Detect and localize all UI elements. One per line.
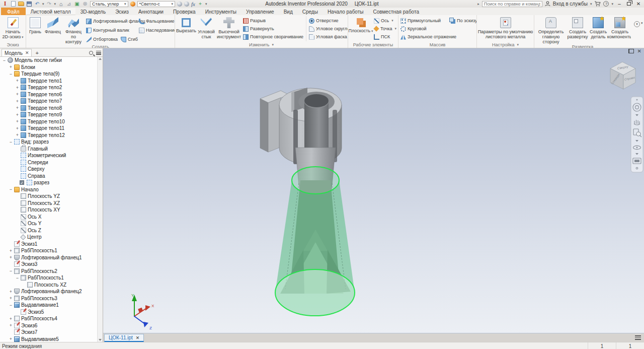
make-components-button[interactable]: Создать компоненты [608,16,631,44]
unfold-button[interactable]: Развернуть [243,25,304,33]
tree-item-21[interactable]: Плоскость XZ [0,200,103,207]
tree-item-22[interactable]: Плоскость XY [0,206,103,214]
sign-in-label[interactable]: Вход в службы [553,1,588,7]
refold-button[interactable]: Повторное сворачивание [243,33,304,41]
contour-roll-button[interactable]: Контурный валик [86,27,136,34]
help-search-input[interactable] [482,1,542,7]
make-part-button[interactable]: Создать деталь [589,16,608,44]
tree-expander-icon[interactable]: + [15,85,20,90]
appearance-combo[interactable]: *Светло-с▾ [137,1,176,7]
tree-item-34[interactable]: +Лофтированный фланец2 [0,288,103,295]
scroll-down-icon[interactable] [99,339,102,341]
update-icon[interactable]: ▣ [74,1,80,7]
work-axis-button[interactable]: Ось [374,17,395,25]
navigation-bar[interactable] [631,97,643,172]
sign-in-caret-icon[interactable]: ▾ [590,2,592,6]
tree-item-33[interactable]: Плоскость XZ [0,282,103,289]
hem-button[interactable]: Отбортовка [86,36,118,43]
create-flat-pattern-button[interactable]: Создать развертку [567,16,588,44]
tree-item-38[interactable]: +РабПлоскость4 [0,315,103,322]
undo-caret-icon[interactable]: ▾ [42,2,44,6]
work-point-button[interactable]: Точка [374,25,395,33]
panel-label-flat-pattern[interactable]: Развертка [534,44,631,48]
viewport-close-icon[interactable]: ✕ [637,49,641,53]
ribbon-tab-10[interactable]: Начало работы [323,8,368,15]
tree-expander-icon[interactable]: + [9,316,13,321]
tree-expander-icon[interactable]: − [9,187,13,192]
tree-expander-icon[interactable]: + [15,92,20,97]
tree-item-28[interactable]: +РабПлоскость1 [0,247,103,254]
panel-label-modify[interactable]: Изменить [175,41,348,48]
parameters-fx-icon[interactable]: fx [191,1,195,7]
browser-tab-model[interactable]: Модель✕ [2,49,32,56]
ribbon-tab-11[interactable]: Совместная работа [368,8,424,15]
appearance-adjust-icon[interactable] [177,2,182,7]
tree-item-30[interactable]: Эскиз3 [0,261,103,268]
define-a-side-button[interactable]: Определить главную сторону [535,16,567,44]
rip-button[interactable]: Разрыв [243,17,304,25]
tree-expander-icon[interactable]: + [9,323,13,328]
minimize-button[interactable]: – [616,1,623,7]
ribbon-tab-1[interactable]: Листовой металл [26,8,75,15]
panel-label-create[interactable]: Создать [26,44,175,48]
tree-item-3[interactable]: +Твердое тело1 [0,78,103,85]
browser-search-icon[interactable] [89,51,93,55]
tree-item-37[interactable]: Эскиз5 [0,309,103,316]
new-file-icon[interactable] [10,1,16,7]
tree-expander-icon[interactable]: + [9,289,13,294]
tree-item-29[interactable]: +Лофтированный фланец1 [0,254,103,261]
home-icon[interactable]: ⌂ [58,1,64,7]
tree-item-4[interactable]: +Твердое тело2 [0,84,103,91]
tree-item-10[interactable]: +Твердое тело11 [0,125,103,132]
document-tab-close-icon[interactable]: ✕ [136,335,140,340]
bend-button[interactable]: Сгиб [121,36,138,43]
tree-expander-icon[interactable]: + [15,105,20,110]
tree-item-14[interactable]: Изометрический [0,152,103,159]
derive-button[interactable]: Наследование [139,27,174,34]
graphics-viewport[interactable]: ✕ [103,48,644,333]
tree-item-36[interactable]: −Выдавливание1 [0,302,103,309]
panel-label-setup[interactable]: Настройка [477,41,534,48]
browser-tab-close-icon[interactable]: ✕ [25,50,29,55]
redo-icon[interactable]: ↷ [46,1,52,7]
tree-item-0[interactable]: −Модель после гибки [0,57,103,64]
material-combo[interactable]: Сталь, углер▾ [90,1,128,7]
panel-label-sketch[interactable]: Эскиз [0,41,26,48]
tree-item-40[interactable]: Эскиз7 [0,329,103,336]
help-caret-icon[interactable]: ▾ [611,2,613,6]
tree-expander-icon[interactable]: + [15,119,20,124]
app-store-cart-icon[interactable] [594,1,601,7]
redo-caret-icon[interactable]: ▾ [54,2,56,6]
qat-customize-icon[interactable]: ▾ [205,2,207,6]
tree-expander-icon[interactable]: + [9,336,13,341]
tree-item-19[interactable]: −Начало [0,186,103,193]
ucs-button[interactable]: ПСК [374,33,395,41]
tree-item-13[interactable]: Главный [0,146,103,153]
add-qat-icon[interactable]: + [197,1,203,7]
panel-label-work-features[interactable]: Рабочие элементы [348,41,398,48]
open-icon[interactable] [18,1,24,7]
tree-expander-icon[interactable]: + [15,99,20,104]
tree-expander-icon[interactable]: + [9,255,13,260]
sketch-return-icon[interactable]: ⊿ [66,1,72,7]
lofted-flange-button[interactable]: Лофтированный фланец [86,18,136,25]
tree-item-41[interactable]: +Выдавливание5 [0,336,103,342]
tree-item-2[interactable]: −Твердые тела(9) [0,71,103,78]
begin-2d-sketch-button[interactable]: Начать 2D-эскиз [2,16,25,41]
viewport-restore-icon[interactable] [628,49,634,53]
sheet-metal-defaults-button[interactable]: Параметры по умолчанию листового металла [478,16,533,41]
restore-button[interactable] [625,1,632,7]
browser-menu-icon[interactable] [96,51,101,55]
tree-item-39[interactable]: +Эскиз6 [0,322,103,329]
ribbon-tab-6[interactable]: Инструменты [201,8,241,15]
tree-expander-icon[interactable]: − [15,275,20,281]
tree-item-27[interactable]: Эскиз1 [0,241,103,248]
tree-item-35[interactable]: +РабПлоскость3 [0,295,103,302]
scroll-up-icon[interactable] [99,58,102,60]
tree-item-11[interactable]: +Твердое тело12 [0,132,103,139]
ribbon-tab-2[interactable]: 3D-модель [76,8,110,15]
tree-expander-icon[interactable]: + [15,126,20,131]
fold-button[interactable]: Фальцевание [139,18,174,25]
flange-button[interactable]: Фланец [44,16,62,44]
tree-item-15[interactable]: Спереди [0,159,103,166]
